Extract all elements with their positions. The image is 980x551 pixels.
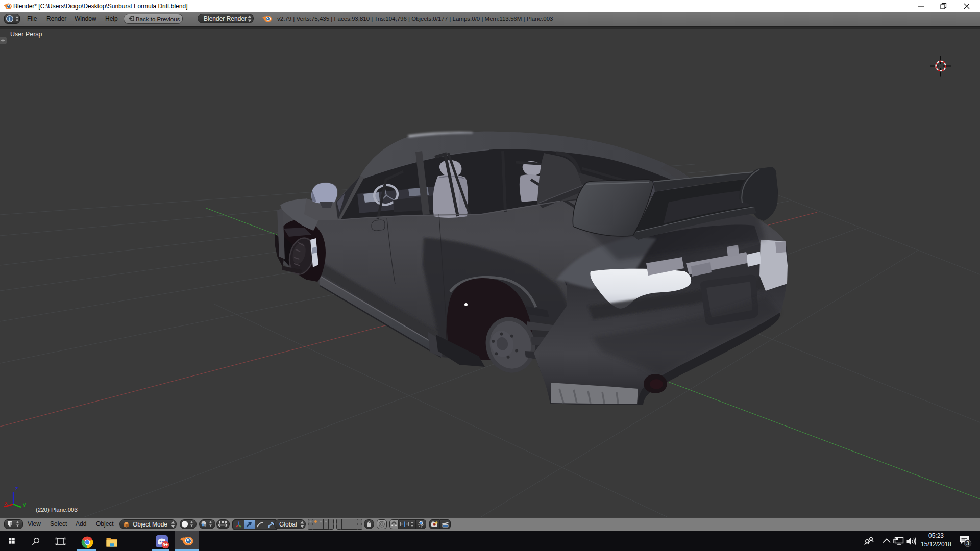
- svg-text:i: i: [9, 16, 11, 22]
- svg-text:y: y: [23, 501, 26, 507]
- svg-text:z: z: [15, 485, 18, 491]
- svg-text:User Persp: User Persp: [10, 31, 42, 38]
- svg-text:(220) Plane.003: (220) Plane.003: [36, 507, 78, 513]
- svg-text:3: 3: [966, 540, 969, 546]
- svg-text:9+: 9+: [163, 542, 168, 547]
- svg-text:x: x: [5, 499, 8, 506]
